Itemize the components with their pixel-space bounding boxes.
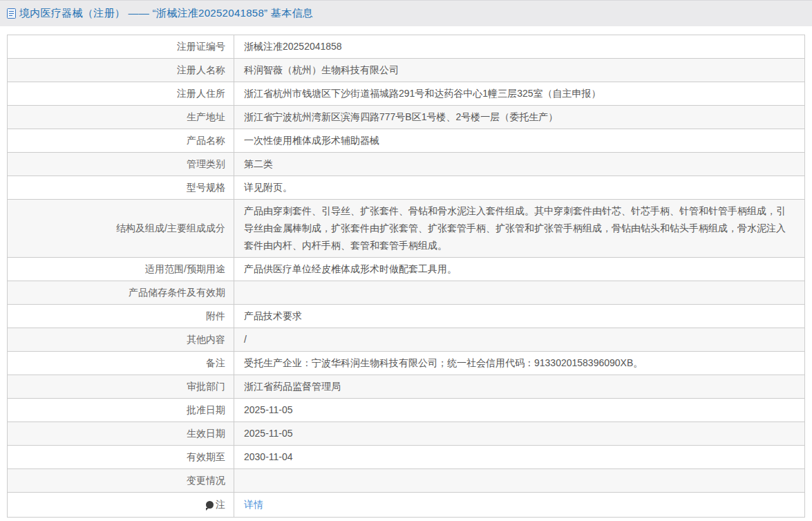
document-icon [7,8,16,19]
row-value: 受托生产企业：宁波华科润生物科技有限公司；统一社会信用代码：9133020158… [234,352,804,375]
row-value: 详情 [234,493,804,517]
table-row: 变更情况 [8,468,804,492]
row-label: 其他内容 [8,328,234,351]
row-value: 产品供医疗单位经皮椎体成形术时做配套工具用。 [234,258,804,281]
table-row: 审批部门浙江省药品监督管理局 [8,375,804,398]
row-value: 一次性使用椎体成形术辅助器械 [234,129,804,152]
table-row: 注册证编号浙械注准20252041858 [8,35,804,58]
row-value: 产品技术要求 [234,305,804,328]
table-row: 备注受托生产企业：宁波华科润生物科技有限公司；统一社会信用代码：91330201… [8,351,804,375]
table-row: 结构及组成/主要组成成分产品由穿刺套件、引导丝、扩张套件、骨钻和骨水泥注入套件组… [8,199,804,257]
note-balloon-icon [206,501,214,509]
row-label: 结构及组成/主要组成成分 [8,200,234,257]
table-row: 生效日期2025-11-05 [8,421,804,445]
row-value: 浙械注准20252041858 [234,35,804,58]
row-value [234,281,804,304]
table-row: 管理类别第二类 [8,152,804,176]
row-value: 科润智薇（杭州）生物科技有限公司 [234,59,804,82]
table-row: 其他内容/ [8,328,804,351]
table-row: 附件产品技术要求 [8,304,804,328]
detail-link[interactable]: 详情 [244,496,263,513]
row-label: 注 [8,493,234,517]
row-label: 注册证编号 [8,35,234,58]
table-row: 适用范围/预期用途产品供医疗单位经皮椎体成形术时做配套工具用。 [8,257,804,281]
row-label: 变更情况 [8,469,234,492]
row-value: 浙江省药品监督管理局 [234,375,804,398]
row-value: 2030-11-04 [234,446,804,468]
page: 境内医疗器械（注册） —— “浙械注准20252041858” 基本信息 注册证… [0,0,812,521]
row-label: 生产地址 [8,106,234,129]
row-label: 生效日期 [8,422,234,445]
row-label: 注册人住所 [8,82,234,105]
row-label: 型号规格 [8,176,234,199]
page-title: 境内医疗器械（注册） —— “浙械注准20252041858” 基本信息 [19,7,313,20]
row-label: 注册人名称 [8,59,234,82]
table-row: 产品名称一次性使用椎体成形术辅助器械 [8,129,804,152]
row-label: 产品储存条件及有效期 [8,281,234,304]
table-row: 注册人住所浙江省杭州市钱塘区下沙街道福城路291号和达药谷中心1幢三层325室（… [8,82,804,105]
row-value: 浙江省宁波杭州湾新区滨海四路777号B区1号楼、2号楼一层（委托生产） [234,106,804,129]
row-value: 2025-11-05 [234,422,804,445]
row-value: 详见附页。 [234,176,804,199]
table-row: 产品储存条件及有效期 [8,281,804,304]
table-row: 注详情 [8,492,804,517]
row-label: 产品名称 [8,129,234,152]
table-row: 注册人名称科润智薇（杭州）生物科技有限公司 [8,58,804,82]
row-value: 浙江省杭州市钱塘区下沙街道福城路291号和达药谷中心1幢三层325室（自主申报） [234,82,804,105]
row-value: 第二类 [234,153,804,176]
row-value: / [234,328,804,351]
row-label: 适用范围/预期用途 [8,258,234,281]
table-row: 型号规格详见附页。 [8,176,804,199]
row-label: 批准日期 [8,399,234,421]
row-value [234,469,804,492]
row-value: 产品由穿刺套件、引导丝、扩张套件、骨钻和骨水泥注入套件组成。其中穿刺套件由针芯、… [234,200,804,257]
table-row: 有效期至2030-11-04 [8,445,804,468]
table-row: 批准日期2025-11-05 [8,398,804,421]
row-label: 有效期至 [8,446,234,468]
row-label: 审批部门 [8,375,234,398]
row-value: 2025-11-05 [234,399,804,421]
row-label: 管理类别 [8,153,234,176]
page-header: 境内医疗器械（注册） —— “浙械注准20252041858” 基本信息 [0,0,812,26]
registration-info-table: 注册证编号浙械注准20252041858注册人名称科润智薇（杭州）生物科技有限公… [7,35,805,518]
row-label: 附件 [8,305,234,328]
table-row: 生产地址浙江省宁波杭州湾新区滨海四路777号B区1号楼、2号楼一层（委托生产） [8,105,804,129]
row-label: 备注 [8,352,234,375]
